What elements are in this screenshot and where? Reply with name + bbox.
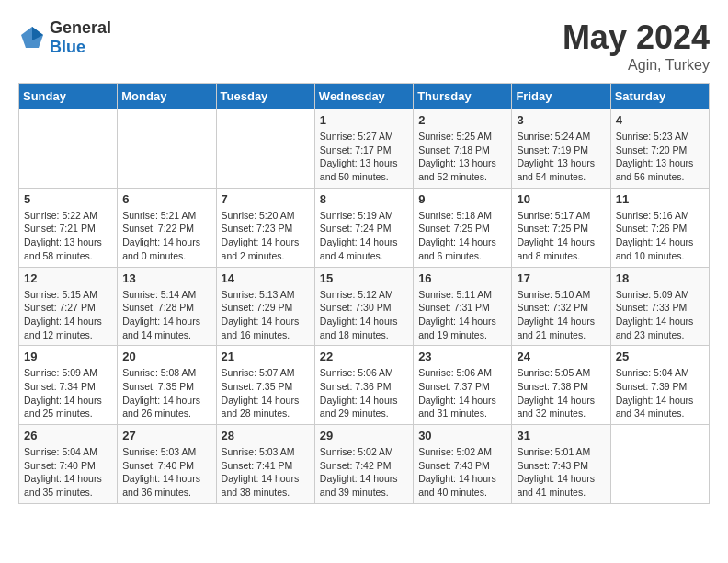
day-info: Sunrise: 5:15 AMSunset: 7:27 PMDaylight:… [24, 288, 112, 342]
day-info: Sunrise: 5:09 AMSunset: 7:34 PMDaylight:… [24, 366, 112, 420]
day-info: Sunrise: 5:02 AMSunset: 7:42 PMDaylight:… [320, 445, 408, 500]
day-info: Sunrise: 5:21 AMSunset: 7:22 PMDaylight:… [122, 209, 210, 263]
day-number: 26 [24, 429, 112, 442]
day-number: 12 [24, 271, 112, 285]
day-number: 22 [320, 350, 408, 363]
calendar-cell: 24Sunrise: 5:05 AMSunset: 7:38 PMDayligh… [512, 346, 610, 425]
calendar-header: Sunday Monday Tuesday Wednesday Thursday… [19, 84, 710, 109]
calendar-cell: 20Sunrise: 5:08 AMSunset: 7:35 PMDayligh… [118, 346, 216, 425]
calendar-cell: 4Sunrise: 5:23 AMSunset: 7:20 PMDaylight… [610, 109, 709, 189]
day-number: 11 [616, 192, 704, 206]
day-number: 31 [517, 429, 605, 442]
calendar-cell [118, 109, 216, 189]
calendar-cell: 19Sunrise: 5:09 AMSunset: 7:34 PMDayligh… [19, 346, 118, 425]
day-info: Sunrise: 5:17 AMSunset: 7:25 PMDaylight:… [517, 209, 605, 263]
day-info: Sunrise: 5:08 AMSunset: 7:35 PMDaylight:… [122, 366, 210, 420]
day-info: Sunrise: 5:20 AMSunset: 7:23 PMDaylight:… [222, 209, 310, 263]
day-info: Sunrise: 5:07 AMSunset: 7:35 PMDaylight:… [222, 366, 310, 420]
day-info: Sunrise: 5:03 AMSunset: 7:40 PMDaylight:… [122, 445, 210, 500]
calendar-cell: 29Sunrise: 5:02 AMSunset: 7:42 PMDayligh… [314, 425, 413, 504]
day-number: 27 [122, 429, 210, 442]
col-tuesday: Tuesday [216, 84, 314, 109]
col-friday: Friday [512, 84, 610, 109]
day-number: 9 [418, 192, 506, 206]
day-info: Sunrise: 5:16 AMSunset: 7:26 PMDaylight:… [616, 209, 704, 263]
day-number: 21 [222, 350, 310, 363]
day-number: 3 [517, 113, 605, 127]
day-info: Sunrise: 5:03 AMSunset: 7:41 PMDaylight:… [222, 445, 310, 500]
calendar-cell: 13Sunrise: 5:14 AMSunset: 7:28 PMDayligh… [118, 267, 216, 346]
col-monday: Monday [118, 84, 216, 109]
day-number: 8 [320, 192, 408, 206]
calendar-cell [610, 425, 709, 504]
logo-general: General [50, 18, 111, 38]
day-info: Sunrise: 5:02 AMSunset: 7:43 PMDaylight:… [418, 445, 506, 500]
calendar-table: Sunday Monday Tuesday Wednesday Thursday… [18, 83, 710, 504]
calendar-cell: 17Sunrise: 5:10 AMSunset: 7:32 PMDayligh… [512, 267, 610, 346]
day-info: Sunrise: 5:10 AMSunset: 7:32 PMDaylight:… [517, 288, 605, 342]
day-number: 29 [320, 429, 408, 442]
day-info: Sunrise: 5:11 AMSunset: 7:31 PMDaylight:… [418, 288, 506, 342]
day-info: Sunrise: 5:22 AMSunset: 7:21 PMDaylight:… [24, 209, 112, 263]
day-info: Sunrise: 5:14 AMSunset: 7:28 PMDaylight:… [122, 288, 210, 342]
day-info: Sunrise: 5:13 AMSunset: 7:29 PMDaylight:… [222, 288, 310, 342]
day-info: Sunrise: 5:04 AMSunset: 7:39 PMDaylight:… [616, 366, 704, 420]
calendar-cell: 7Sunrise: 5:20 AMSunset: 7:23 PMDaylight… [216, 188, 314, 267]
col-sunday: Sunday [19, 84, 118, 109]
calendar-cell: 30Sunrise: 5:02 AMSunset: 7:43 PMDayligh… [414, 425, 512, 504]
day-info: Sunrise: 5:06 AMSunset: 7:36 PMDaylight:… [320, 366, 408, 420]
day-info: Sunrise: 5:04 AMSunset: 7:40 PMDaylight:… [24, 445, 112, 500]
day-number: 1 [320, 113, 408, 127]
col-thursday: Thursday [414, 84, 512, 109]
day-number: 14 [222, 271, 310, 285]
day-number: 23 [418, 350, 506, 363]
page-header: General Blue May 2024 Agin, Turkey [18, 18, 710, 74]
calendar-cell: 27Sunrise: 5:03 AMSunset: 7:40 PMDayligh… [118, 425, 216, 504]
day-number: 5 [24, 192, 112, 206]
day-number: 10 [517, 192, 605, 206]
day-info: Sunrise: 5:05 AMSunset: 7:38 PMDaylight:… [517, 366, 605, 420]
day-info: Sunrise: 5:25 AMSunset: 7:18 PMDaylight:… [418, 130, 506, 184]
calendar-cell: 11Sunrise: 5:16 AMSunset: 7:26 PMDayligh… [610, 188, 709, 267]
day-number: 17 [517, 271, 605, 285]
day-number: 4 [616, 113, 704, 127]
day-number: 2 [418, 113, 506, 127]
calendar-cell: 1Sunrise: 5:27 AMSunset: 7:17 PMDaylight… [314, 109, 413, 189]
day-number: 28 [222, 429, 310, 442]
calendar-cell: 2Sunrise: 5:25 AMSunset: 7:18 PMDaylight… [414, 109, 512, 189]
calendar-cell: 15Sunrise: 5:12 AMSunset: 7:30 PMDayligh… [314, 267, 413, 346]
month-year: May 2024 [563, 18, 710, 57]
calendar-cell [19, 109, 118, 189]
calendar-week-1: 1Sunrise: 5:27 AMSunset: 7:17 PMDaylight… [19, 109, 710, 189]
calendar-cell: 16Sunrise: 5:11 AMSunset: 7:31 PMDayligh… [414, 267, 512, 346]
day-number: 15 [320, 271, 408, 285]
day-number: 24 [517, 350, 605, 363]
logo-blue: Blue [50, 38, 111, 57]
calendar-cell: 6Sunrise: 5:21 AMSunset: 7:22 PMDaylight… [118, 188, 216, 267]
title-block: May 2024 Agin, Turkey [563, 18, 710, 74]
location: Agin, Turkey [563, 57, 710, 74]
logo-text: General Blue [50, 18, 111, 57]
day-number: 19 [24, 350, 112, 363]
calendar-cell: 14Sunrise: 5:13 AMSunset: 7:29 PMDayligh… [216, 267, 314, 346]
day-info: Sunrise: 5:27 AMSunset: 7:17 PMDaylight:… [320, 130, 408, 184]
calendar-cell: 26Sunrise: 5:04 AMSunset: 7:40 PMDayligh… [19, 425, 118, 504]
calendar-week-5: 26Sunrise: 5:04 AMSunset: 7:40 PMDayligh… [19, 425, 710, 504]
day-number: 25 [616, 350, 704, 363]
calendar-cell: 5Sunrise: 5:22 AMSunset: 7:21 PMDaylight… [19, 188, 118, 267]
calendar-cell: 21Sunrise: 5:07 AMSunset: 7:35 PMDayligh… [216, 346, 314, 425]
calendar-cell: 28Sunrise: 5:03 AMSunset: 7:41 PMDayligh… [216, 425, 314, 504]
logo-icon [18, 24, 46, 52]
calendar-body: 1Sunrise: 5:27 AMSunset: 7:17 PMDaylight… [19, 109, 710, 504]
day-info: Sunrise: 5:19 AMSunset: 7:24 PMDaylight:… [320, 209, 408, 263]
calendar-cell: 10Sunrise: 5:17 AMSunset: 7:25 PMDayligh… [512, 188, 610, 267]
header-row: Sunday Monday Tuesday Wednesday Thursday… [19, 84, 710, 109]
day-number: 7 [222, 192, 310, 206]
day-info: Sunrise: 5:23 AMSunset: 7:20 PMDaylight:… [616, 130, 704, 184]
day-info: Sunrise: 5:18 AMSunset: 7:25 PMDaylight:… [418, 209, 506, 263]
day-info: Sunrise: 5:06 AMSunset: 7:37 PMDaylight:… [418, 366, 506, 420]
calendar-cell: 23Sunrise: 5:06 AMSunset: 7:37 PMDayligh… [414, 346, 512, 425]
day-number: 16 [418, 271, 506, 285]
calendar-cell: 31Sunrise: 5:01 AMSunset: 7:43 PMDayligh… [512, 425, 610, 504]
calendar-cell [216, 109, 314, 189]
